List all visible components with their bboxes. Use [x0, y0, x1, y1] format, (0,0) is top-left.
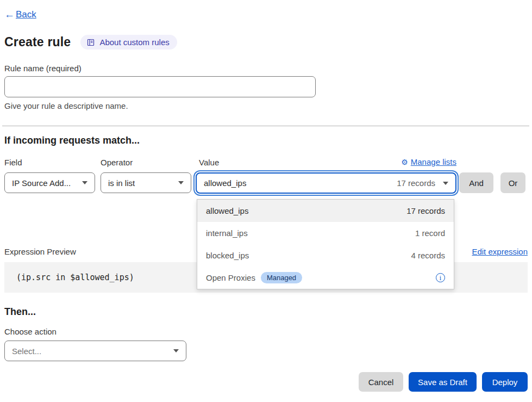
edit-expression-link[interactable]: Edit expression [472, 247, 528, 256]
chevron-down-icon [443, 182, 448, 185]
list-item-name: internal_ips [206, 228, 248, 238]
chevron-down-icon [173, 349, 179, 352]
operator-select-value: is in list [108, 178, 135, 188]
book-icon [86, 38, 95, 47]
chevron-down-icon [82, 181, 87, 184]
list-item-open-proxies[interactable]: Open Proxies Managed [197, 267, 454, 289]
then-section-heading: Then... [4, 306, 36, 318]
managed-badge: Managed [261, 272, 302, 283]
operator-label: Operator [101, 158, 133, 167]
section-divider [2, 126, 529, 126]
value-select[interactable]: allowed_ips 17 records [196, 172, 456, 194]
cancel-button[interactable]: Cancel [359, 372, 403, 392]
list-item-allowed-ips[interactable]: allowed_ips 17 records [197, 200, 454, 222]
back-arrow-icon [4, 9, 15, 21]
and-button[interactable]: And [459, 172, 493, 193]
manage-lists-link[interactable]: Manage lists [401, 157, 456, 166]
about-custom-rules-link[interactable]: About custom rules [80, 35, 177, 50]
value-select-value: allowed_ips [204, 178, 246, 188]
value-label: Value [199, 158, 219, 167]
action-select[interactable]: Select... [4, 341, 186, 361]
field-select[interactable]: IP Source Add... [4, 172, 95, 193]
back-link-label: Back [16, 9, 36, 20]
list-item-internal-ips[interactable]: internal_ips 1 record [197, 222, 454, 244]
or-button[interactable]: Or [500, 172, 525, 193]
chevron-down-icon [178, 181, 184, 184]
info-icon[interactable] [436, 273, 445, 282]
list-item-meta: 1 record [415, 228, 445, 238]
value-select-meta: 17 records [397, 178, 435, 188]
list-item-meta: 17 records [406, 206, 445, 215]
list-item-meta: 4 records [411, 251, 445, 260]
rule-name-helper: Give your rule a descriptive name. [4, 101, 128, 110]
list-item-name: Open Proxies [206, 273, 255, 282]
deploy-button[interactable]: Deploy [482, 372, 528, 392]
gear-icon [401, 157, 408, 166]
field-select-value: IP Source Add... [12, 178, 71, 188]
operator-select[interactable]: is in list [101, 172, 191, 193]
expression-code: (ip.src in $allowed_ips) [16, 273, 134, 282]
list-item-blocked-ips[interactable]: blocked_ips 4 records [197, 244, 454, 267]
title-row: Create rule About custom rules [4, 35, 177, 50]
list-item-name: allowed_ips [206, 206, 248, 215]
choose-action-label: Choose action [4, 327, 57, 336]
field-label: Field [4, 158, 22, 167]
rule-name-input[interactable] [4, 76, 316, 97]
back-link[interactable]: Back [4, 9, 36, 21]
list-item-name: blocked_ips [206, 251, 249, 260]
expression-preview-label: Expression Preview [4, 247, 76, 256]
list-dropdown-menu: allowed_ips 17 records internal_ips 1 re… [197, 199, 454, 289]
page-title: Create rule [4, 35, 71, 50]
action-select-placeholder: Select... [12, 347, 41, 356]
save-as-draft-button[interactable]: Save as Draft [409, 372, 477, 392]
manage-lists-label: Manage lists [411, 157, 456, 166]
rule-name-label: Rule name (required) [4, 64, 82, 73]
match-section-heading: If incoming requests match... [4, 135, 140, 146]
about-custom-rules-label: About custom rules [99, 38, 169, 47]
